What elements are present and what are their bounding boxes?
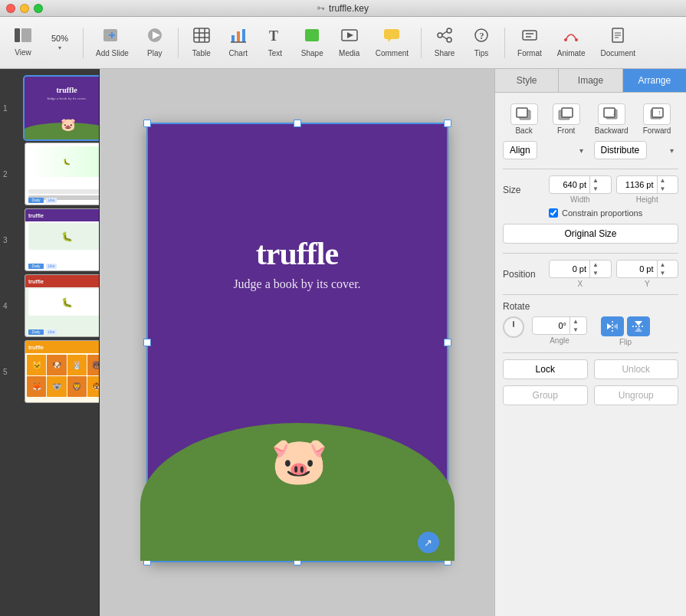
svg-rect-29 bbox=[523, 31, 537, 40]
ungroup-button[interactable]: Ungroup bbox=[594, 385, 679, 405]
media-icon bbox=[341, 28, 358, 47]
flip-horizontal-button[interactable] bbox=[601, 316, 624, 336]
svg-point-22 bbox=[447, 28, 451, 33]
separator-2 bbox=[503, 253, 678, 254]
width-input[interactable] bbox=[550, 178, 589, 192]
distribute-dropdown[interactable]: Distribute bbox=[594, 141, 647, 159]
add-slide-button[interactable]: Add Slide bbox=[90, 25, 135, 61]
chart-icon bbox=[230, 28, 247, 47]
handle-middle-right[interactable] bbox=[444, 339, 451, 346]
group-button[interactable]: Group bbox=[503, 385, 588, 405]
maximize-button[interactable] bbox=[34, 4, 43, 13]
slide-thumb-4[interactable]: truffle 🐛 Daily Like bbox=[25, 274, 100, 337]
x-input[interactable] bbox=[550, 262, 589, 276]
svg-point-24 bbox=[447, 38, 451, 42]
flip-buttons bbox=[601, 316, 650, 336]
view-icon bbox=[15, 28, 31, 46]
height-input[interactable] bbox=[617, 178, 657, 192]
share-button[interactable]: Share bbox=[428, 25, 461, 61]
separator-3 bbox=[503, 294, 678, 295]
handle-top-middle[interactable] bbox=[294, 120, 301, 127]
svg-point-23 bbox=[438, 33, 442, 38]
rotate-controls: ▲ ▼ Angle bbox=[503, 316, 678, 346]
format-button[interactable]: Format bbox=[511, 25, 548, 61]
view-button[interactable]: View bbox=[6, 25, 40, 60]
svg-point-32 bbox=[564, 38, 567, 41]
animate-button[interactable]: Animate bbox=[551, 25, 592, 61]
angle-field-col: ▲ ▼ Angle bbox=[532, 316, 587, 345]
y-label: Y bbox=[645, 280, 650, 288]
table-label: Table bbox=[192, 49, 211, 57]
y-field-box: ▲ ▼ Y bbox=[616, 260, 679, 288]
add-slide-label: Add Slide bbox=[96, 49, 129, 57]
divider-2 bbox=[178, 28, 179, 58]
width-down[interactable]: ▼ bbox=[590, 185, 601, 193]
play-button[interactable]: Play bbox=[138, 25, 172, 61]
handle-middle-left[interactable] bbox=[143, 339, 151, 346]
share-icon bbox=[436, 28, 453, 47]
angle-input[interactable] bbox=[533, 319, 569, 333]
angle-up[interactable]: ▲ bbox=[570, 317, 581, 326]
slide-share-button[interactable]: ↗ bbox=[418, 532, 439, 553]
window-controls[interactable] bbox=[6, 4, 43, 13]
tab-style[interactable]: Style bbox=[495, 69, 559, 92]
divider-1 bbox=[83, 28, 84, 58]
table-button[interactable]: Table bbox=[185, 25, 218, 61]
lock-button[interactable]: Lock bbox=[503, 359, 588, 379]
svg-line-26 bbox=[442, 36, 447, 39]
height-up[interactable]: ▲ bbox=[658, 176, 668, 185]
x-up[interactable]: ▲ bbox=[590, 260, 601, 269]
flip-label: Flip bbox=[619, 338, 632, 346]
play-icon bbox=[146, 28, 163, 47]
tips-button[interactable]: ? Tips bbox=[464, 25, 498, 61]
format-label: Format bbox=[517, 49, 542, 57]
handle-top-left[interactable] bbox=[143, 120, 151, 127]
angle-down[interactable]: ▼ bbox=[570, 326, 581, 334]
height-down[interactable]: ▼ bbox=[658, 185, 668, 193]
align-dropdown[interactable]: Align bbox=[503, 141, 537, 159]
tab-image[interactable]: Image bbox=[559, 69, 622, 92]
animate-icon bbox=[563, 28, 579, 47]
width-up[interactable]: ▲ bbox=[590, 176, 601, 185]
y-up[interactable]: ▲ bbox=[658, 260, 668, 269]
chart-button[interactable]: Chart bbox=[222, 25, 255, 61]
rotate-dial[interactable] bbox=[503, 316, 524, 338]
y-down[interactable]: ▼ bbox=[658, 269, 668, 277]
slide-thumb-1[interactable]: truffle Judge a book by its cover. 🐷 bbox=[25, 77, 100, 139]
constrain-checkbox[interactable] bbox=[549, 208, 558, 218]
text-button[interactable]: T Text bbox=[258, 25, 292, 61]
slide-thumb-5-wrap: 5 truffle 🐱 🐶 🐰 🐻 🦊 🐨 🦁 🐯 bbox=[18, 340, 93, 403]
front-button[interactable]: Front bbox=[553, 103, 580, 135]
svg-text:↑: ↑ bbox=[658, 109, 661, 116]
tab-arrange[interactable]: Arrange bbox=[623, 69, 686, 92]
original-size-button[interactable]: Original Size bbox=[503, 224, 678, 244]
close-button[interactable] bbox=[6, 4, 15, 13]
panel-tabs: Style Image Arrange bbox=[495, 69, 686, 93]
shape-button[interactable]: Shape bbox=[295, 25, 330, 61]
backward-button[interactable]: ↓ Backward bbox=[595, 103, 629, 135]
angle-stepper: ▲ ▼ bbox=[569, 317, 581, 334]
slide-thumb-5[interactable]: truffle 🐱 🐶 🐰 🐻 🦊 🐨 🦁 🐯 bbox=[25, 340, 100, 403]
unlock-button[interactable]: Unlock bbox=[594, 359, 679, 379]
media-button[interactable]: Media bbox=[333, 25, 366, 61]
y-input[interactable] bbox=[617, 262, 657, 276]
share-label: Share bbox=[435, 49, 455, 57]
comment-button[interactable]: Comment bbox=[369, 25, 415, 61]
width-label: Width bbox=[570, 195, 590, 204]
flip-vertical-button[interactable] bbox=[627, 316, 650, 336]
layer-order-row: Back Front bbox=[503, 100, 678, 138]
svg-rect-13 bbox=[237, 31, 240, 42]
zoom-button[interactable]: 50% ▾ bbox=[43, 31, 77, 54]
x-down[interactable]: ▼ bbox=[590, 269, 601, 277]
y-input-wrap: ▲ ▼ bbox=[616, 260, 679, 278]
back-button[interactable]: Back bbox=[510, 103, 538, 135]
minimize-button[interactable] bbox=[20, 4, 29, 13]
handle-top-right[interactable] bbox=[444, 120, 451, 127]
document-button[interactable]: Document bbox=[594, 25, 642, 61]
y-stepper: ▲ ▼ bbox=[657, 260, 668, 277]
svg-rect-41 bbox=[562, 108, 573, 117]
svg-marker-19 bbox=[347, 32, 353, 38]
forward-button[interactable]: ↑ Forward bbox=[643, 103, 671, 135]
slide-thumb-3[interactable]: truffle 🐛 Daily Like bbox=[25, 208, 100, 271]
slide-thumb-2[interactable]: 🐛 Daily Like bbox=[25, 143, 100, 205]
